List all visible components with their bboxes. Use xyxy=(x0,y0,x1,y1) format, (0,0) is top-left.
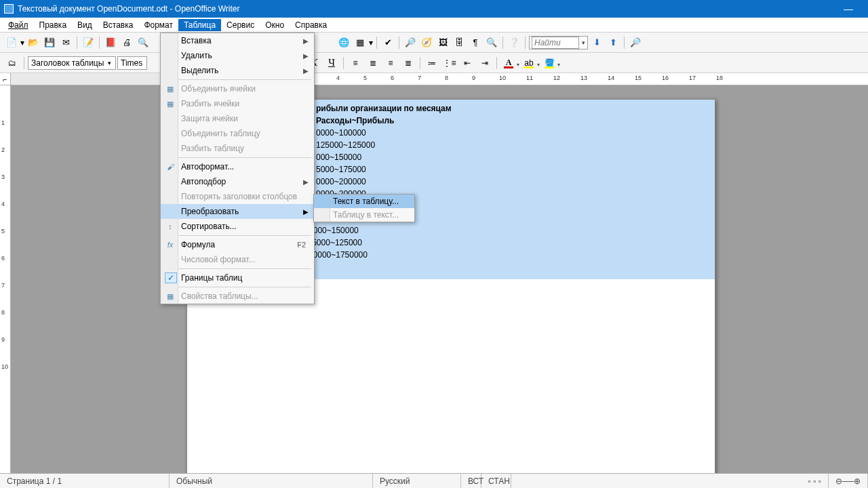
tab-stop-icon[interactable]: ⌐ xyxy=(0,73,11,85)
preview-button[interactable]: 🔍 xyxy=(136,35,151,50)
spellcheck-button[interactable]: ✔ xyxy=(380,35,395,50)
menu-window[interactable]: Окно xyxy=(260,19,290,31)
status-view-icons[interactable]: ▫ ▫ ▫ xyxy=(802,474,829,488)
window-titlebar: Текстовый документ OpenDocument.odt - Op… xyxy=(0,0,868,18)
doc-line: 5000~175000 xyxy=(316,163,452,176)
menu-view[interactable]: Вид xyxy=(72,19,98,31)
navigator-button[interactable]: 🧭 xyxy=(419,35,434,50)
align-right-button[interactable]: ≡ xyxy=(382,56,399,70)
menu-delete-submenu[interactable]: Удалить▶ xyxy=(161,48,314,63)
help-button[interactable]: ❔ xyxy=(507,35,521,50)
menu-insert-submenu[interactable]: Вставка▶ xyxy=(161,33,314,48)
paragraph-style-combo[interactable]: Заголовок таблицы▾ xyxy=(28,56,116,70)
menu-split-table: Разбить таблицу xyxy=(161,141,314,156)
doc-line: 0000~100000 xyxy=(316,127,452,139)
gallery-button[interactable]: 🖼 xyxy=(435,35,450,50)
hyperlink-button[interactable]: 🌐 xyxy=(336,35,351,50)
edit-doc-button[interactable]: 📝 xyxy=(81,35,96,50)
menu-format[interactable]: Формат xyxy=(138,19,178,31)
find-button[interactable]: 🔎 xyxy=(403,35,418,50)
menu-autofit-submenu[interactable]: Автоподбор▶ xyxy=(161,174,314,189)
nonprint-button[interactable]: ¶ xyxy=(468,35,483,50)
decrease-indent-button[interactable]: ⇤ xyxy=(459,56,475,70)
doc-subheading: Расходы~Прибыль xyxy=(316,115,452,127)
align-left-button[interactable]: ≡ xyxy=(347,56,363,70)
menu-sort[interactable]: ↕Сортировать... xyxy=(161,219,314,234)
doc-line: 000~150000 xyxy=(316,151,452,163)
menu-autoformat[interactable]: 🖌Автоформат... xyxy=(161,159,314,174)
new-dropdown[interactable]: ▾ xyxy=(20,38,24,47)
menu-file[interactable]: Файл xyxy=(3,19,34,31)
open-button[interactable]: 📂 xyxy=(26,35,41,50)
window-title: Текстовый документ OpenDocument.odt - Op… xyxy=(18,4,833,14)
menu-merge-table: Объединить таблицу xyxy=(161,126,314,141)
menu-convert-submenu[interactable]: Преобразовать▶ xyxy=(161,204,314,219)
bulleted-list-button[interactable]: ⋮≡ xyxy=(441,56,458,70)
menu-help[interactable]: Справка xyxy=(290,19,332,31)
search-all-button[interactable]: 🔎 xyxy=(628,35,643,50)
status-insert-mode[interactable]: ВСТ xyxy=(461,474,481,488)
doc-heading: рибыли организации по месяцам xyxy=(316,102,452,115)
menu-text-to-table[interactable]: Текст в таблицу... xyxy=(314,195,414,208)
table-button[interactable]: ▦ xyxy=(353,35,368,50)
font-name-combo[interactable]: Times xyxy=(117,56,147,70)
styles-button[interactable]: 🗂 xyxy=(4,56,20,70)
menu-repeat-headings: Повторять заголовки столбцов xyxy=(161,189,314,204)
menu-formula[interactable]: fxФормулаF2 xyxy=(161,237,314,252)
print-button[interactable]: 🖨 xyxy=(119,35,134,50)
standard-toolbar: 📄▾ 📂 💾 ✉ 📝 📕 🖨 🔍 🌐 ▦▾ ✔ 🔎 🧭 🖼 🗄 ¶ 🔍 ❔ ▾ … xyxy=(0,33,868,53)
zoom-button[interactable]: 🔍 xyxy=(484,35,499,50)
menu-tools[interactable]: Сервис xyxy=(221,19,260,31)
app-icon xyxy=(4,4,14,14)
document-workspace: 12345678910 рибыли организации по месяца… xyxy=(0,85,868,473)
menu-protect-cells: Защита ячейки xyxy=(161,111,314,126)
export-pdf-button[interactable]: 📕 xyxy=(103,35,118,50)
datasource-button[interactable]: 🗄 xyxy=(452,35,467,50)
menu-select-submenu[interactable]: Выделить▶ xyxy=(161,63,314,78)
menu-insert[interactable]: Вставка xyxy=(98,19,139,31)
menu-split-cells: ▦Разбить ячейки xyxy=(161,96,314,111)
menu-table-properties: ▦Свойства таблицы... xyxy=(161,289,314,304)
new-button[interactable]: 📄 xyxy=(4,35,19,50)
doc-line: 0000~200000 xyxy=(316,176,452,188)
doc-line: 125000~125000 xyxy=(316,139,452,151)
menu-table[interactable]: Таблица xyxy=(178,19,221,31)
menu-merge-cells: ▦Объединить ячейки xyxy=(161,81,314,96)
save-button[interactable]: 💾 xyxy=(42,35,57,50)
search-field[interactable]: ▾ xyxy=(529,36,588,49)
font-color-button[interactable]: A xyxy=(500,56,517,70)
status-style[interactable]: Обычный xyxy=(170,474,373,488)
status-zoom[interactable]: ⊖──⊕ xyxy=(829,474,868,488)
status-lang[interactable]: Русский xyxy=(373,474,461,488)
table-menu-dropdown: Вставка▶ Удалить▶ Выделить▶ ▦Объединить … xyxy=(160,33,315,304)
status-selection-mode[interactable]: СТАН xyxy=(481,474,511,488)
underline-button[interactable]: Ч xyxy=(323,56,340,70)
menubar: Файл Правка Вид Вставка Формат Таблица С… xyxy=(0,18,868,33)
search-input[interactable] xyxy=(532,37,579,49)
numbered-list-button[interactable]: ≔ xyxy=(424,56,440,70)
highlight-button[interactable]: ab xyxy=(521,56,537,70)
status-bar: Страница 1 / 1 Обычный Русский ВСТ СТАН … xyxy=(0,473,868,488)
search-next-button[interactable]: ⬆ xyxy=(606,35,620,50)
menu-table-borders[interactable]: Границы таблиц xyxy=(161,270,314,285)
bg-color-button[interactable]: 🪣 xyxy=(541,56,557,70)
minimize-button[interactable]: — xyxy=(833,3,864,14)
status-page: Страница 1 / 1 xyxy=(0,474,170,488)
formatting-toolbar: 🗂 Заголовок таблицы▾ Times К Ч ≡ ≣ ≡ ≣ ≔… xyxy=(0,53,868,73)
align-justify-button[interactable]: ≣ xyxy=(400,56,416,70)
mail-button[interactable]: ✉ xyxy=(58,35,73,50)
horizontal-ruler[interactable]: ⌐ 456789101112131415161718 xyxy=(0,73,868,85)
convert-submenu: Текст в таблицу... Таблицу в текст... xyxy=(313,194,415,222)
increase-indent-button[interactable]: ⇥ xyxy=(477,56,493,70)
vertical-ruler[interactable]: 12345678910 xyxy=(0,85,11,473)
align-center-button[interactable]: ≣ xyxy=(365,56,381,70)
menu-edit[interactable]: Правка xyxy=(34,19,73,31)
menu-table-to-text: Таблицу в текст... xyxy=(314,208,414,222)
menu-number-format: Числовой формат... xyxy=(161,252,314,267)
search-prev-button[interactable]: ⬇ xyxy=(589,35,604,50)
